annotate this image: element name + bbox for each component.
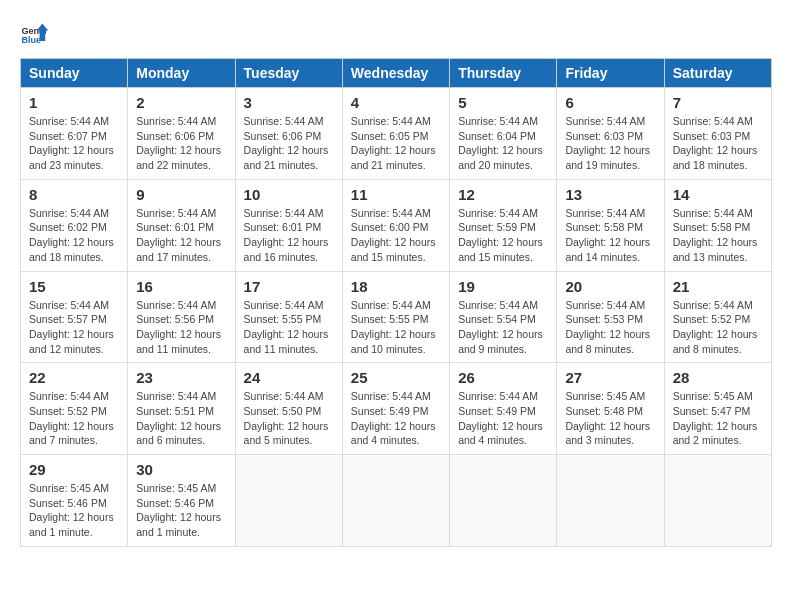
day-info: Sunrise: 5:44 AMSunset: 6:06 PMDaylight:… bbox=[136, 114, 226, 173]
day-info: Sunrise: 5:44 AMSunset: 5:58 PMDaylight:… bbox=[673, 206, 763, 265]
day-info: Sunrise: 5:44 AMSunset: 5:55 PMDaylight:… bbox=[244, 298, 334, 357]
calendar-cell: 4Sunrise: 5:44 AMSunset: 6:05 PMDaylight… bbox=[342, 88, 449, 180]
calendar-cell bbox=[664, 455, 771, 547]
day-info: Sunrise: 5:45 AMSunset: 5:46 PMDaylight:… bbox=[136, 481, 226, 540]
calendar-cell: 19Sunrise: 5:44 AMSunset: 5:54 PMDayligh… bbox=[450, 271, 557, 363]
day-number: 6 bbox=[565, 94, 655, 111]
day-number: 27 bbox=[565, 369, 655, 386]
day-info: Sunrise: 5:44 AMSunset: 5:59 PMDaylight:… bbox=[458, 206, 548, 265]
calendar-cell bbox=[450, 455, 557, 547]
day-number: 20 bbox=[565, 278, 655, 295]
day-info: Sunrise: 5:44 AMSunset: 6:03 PMDaylight:… bbox=[673, 114, 763, 173]
calendar-cell: 24Sunrise: 5:44 AMSunset: 5:50 PMDayligh… bbox=[235, 363, 342, 455]
day-number: 3 bbox=[244, 94, 334, 111]
day-info: Sunrise: 5:44 AMSunset: 5:50 PMDaylight:… bbox=[244, 389, 334, 448]
day-info: Sunrise: 5:44 AMSunset: 5:56 PMDaylight:… bbox=[136, 298, 226, 357]
day-info: Sunrise: 5:44 AMSunset: 5:49 PMDaylight:… bbox=[458, 389, 548, 448]
calendar-cell bbox=[342, 455, 449, 547]
calendar-cell: 22Sunrise: 5:44 AMSunset: 5:52 PMDayligh… bbox=[21, 363, 128, 455]
day-info: Sunrise: 5:44 AMSunset: 6:07 PMDaylight:… bbox=[29, 114, 119, 173]
calendar-cell: 29Sunrise: 5:45 AMSunset: 5:46 PMDayligh… bbox=[21, 455, 128, 547]
day-number: 26 bbox=[458, 369, 548, 386]
day-info: Sunrise: 5:45 AMSunset: 5:46 PMDaylight:… bbox=[29, 481, 119, 540]
day-number: 22 bbox=[29, 369, 119, 386]
logo-icon: General Blue bbox=[20, 20, 48, 48]
day-info: Sunrise: 5:44 AMSunset: 5:54 PMDaylight:… bbox=[458, 298, 548, 357]
day-number: 12 bbox=[458, 186, 548, 203]
day-info: Sunrise: 5:44 AMSunset: 6:06 PMDaylight:… bbox=[244, 114, 334, 173]
column-header-friday: Friday bbox=[557, 59, 664, 88]
day-number: 1 bbox=[29, 94, 119, 111]
day-number: 18 bbox=[351, 278, 441, 295]
day-number: 14 bbox=[673, 186, 763, 203]
day-info: Sunrise: 5:44 AMSunset: 6:02 PMDaylight:… bbox=[29, 206, 119, 265]
calendar-cell: 8Sunrise: 5:44 AMSunset: 6:02 PMDaylight… bbox=[21, 179, 128, 271]
day-number: 24 bbox=[244, 369, 334, 386]
column-header-monday: Monday bbox=[128, 59, 235, 88]
day-number: 28 bbox=[673, 369, 763, 386]
calendar-cell: 30Sunrise: 5:45 AMSunset: 5:46 PMDayligh… bbox=[128, 455, 235, 547]
day-number: 4 bbox=[351, 94, 441, 111]
day-info: Sunrise: 5:44 AMSunset: 5:52 PMDaylight:… bbox=[29, 389, 119, 448]
day-number: 23 bbox=[136, 369, 226, 386]
day-number: 17 bbox=[244, 278, 334, 295]
day-number: 7 bbox=[673, 94, 763, 111]
day-info: Sunrise: 5:44 AMSunset: 6:01 PMDaylight:… bbox=[136, 206, 226, 265]
calendar-cell: 12Sunrise: 5:44 AMSunset: 5:59 PMDayligh… bbox=[450, 179, 557, 271]
calendar-cell bbox=[557, 455, 664, 547]
calendar-cell: 1Sunrise: 5:44 AMSunset: 6:07 PMDaylight… bbox=[21, 88, 128, 180]
day-info: Sunrise: 5:45 AMSunset: 5:48 PMDaylight:… bbox=[565, 389, 655, 448]
calendar-cell: 2Sunrise: 5:44 AMSunset: 6:06 PMDaylight… bbox=[128, 88, 235, 180]
day-info: Sunrise: 5:44 AMSunset: 5:53 PMDaylight:… bbox=[565, 298, 655, 357]
calendar-cell: 7Sunrise: 5:44 AMSunset: 6:03 PMDaylight… bbox=[664, 88, 771, 180]
day-number: 25 bbox=[351, 369, 441, 386]
calendar-cell: 10Sunrise: 5:44 AMSunset: 6:01 PMDayligh… bbox=[235, 179, 342, 271]
day-info: Sunrise: 5:44 AMSunset: 6:03 PMDaylight:… bbox=[565, 114, 655, 173]
day-info: Sunrise: 5:44 AMSunset: 6:01 PMDaylight:… bbox=[244, 206, 334, 265]
day-number: 5 bbox=[458, 94, 548, 111]
calendar-cell: 5Sunrise: 5:44 AMSunset: 6:04 PMDaylight… bbox=[450, 88, 557, 180]
day-number: 8 bbox=[29, 186, 119, 203]
day-number: 15 bbox=[29, 278, 119, 295]
column-header-sunday: Sunday bbox=[21, 59, 128, 88]
day-info: Sunrise: 5:44 AMSunset: 5:55 PMDaylight:… bbox=[351, 298, 441, 357]
calendar-cell: 3Sunrise: 5:44 AMSunset: 6:06 PMDaylight… bbox=[235, 88, 342, 180]
day-number: 10 bbox=[244, 186, 334, 203]
column-header-saturday: Saturday bbox=[664, 59, 771, 88]
day-info: Sunrise: 5:44 AMSunset: 6:05 PMDaylight:… bbox=[351, 114, 441, 173]
calendar-cell: 6Sunrise: 5:44 AMSunset: 6:03 PMDaylight… bbox=[557, 88, 664, 180]
day-number: 19 bbox=[458, 278, 548, 295]
calendar-cell: 17Sunrise: 5:44 AMSunset: 5:55 PMDayligh… bbox=[235, 271, 342, 363]
column-header-thursday: Thursday bbox=[450, 59, 557, 88]
day-info: Sunrise: 5:44 AMSunset: 5:57 PMDaylight:… bbox=[29, 298, 119, 357]
day-info: Sunrise: 5:44 AMSunset: 6:04 PMDaylight:… bbox=[458, 114, 548, 173]
calendar-cell: 25Sunrise: 5:44 AMSunset: 5:49 PMDayligh… bbox=[342, 363, 449, 455]
day-info: Sunrise: 5:44 AMSunset: 5:52 PMDaylight:… bbox=[673, 298, 763, 357]
calendar-cell: 23Sunrise: 5:44 AMSunset: 5:51 PMDayligh… bbox=[128, 363, 235, 455]
day-number: 29 bbox=[29, 461, 119, 478]
day-number: 16 bbox=[136, 278, 226, 295]
day-info: Sunrise: 5:44 AMSunset: 5:51 PMDaylight:… bbox=[136, 389, 226, 448]
day-info: Sunrise: 5:45 AMSunset: 5:47 PMDaylight:… bbox=[673, 389, 763, 448]
calendar-cell: 20Sunrise: 5:44 AMSunset: 5:53 PMDayligh… bbox=[557, 271, 664, 363]
calendar-cell: 16Sunrise: 5:44 AMSunset: 5:56 PMDayligh… bbox=[128, 271, 235, 363]
calendar-cell: 27Sunrise: 5:45 AMSunset: 5:48 PMDayligh… bbox=[557, 363, 664, 455]
calendar: SundayMondayTuesdayWednesdayThursdayFrid… bbox=[20, 58, 772, 547]
day-number: 13 bbox=[565, 186, 655, 203]
column-header-tuesday: Tuesday bbox=[235, 59, 342, 88]
calendar-cell: 11Sunrise: 5:44 AMSunset: 6:00 PMDayligh… bbox=[342, 179, 449, 271]
day-number: 2 bbox=[136, 94, 226, 111]
calendar-cell: 13Sunrise: 5:44 AMSunset: 5:58 PMDayligh… bbox=[557, 179, 664, 271]
svg-text:Blue: Blue bbox=[21, 35, 41, 45]
calendar-cell: 26Sunrise: 5:44 AMSunset: 5:49 PMDayligh… bbox=[450, 363, 557, 455]
day-info: Sunrise: 5:44 AMSunset: 5:58 PMDaylight:… bbox=[565, 206, 655, 265]
day-info: Sunrise: 5:44 AMSunset: 5:49 PMDaylight:… bbox=[351, 389, 441, 448]
day-number: 9 bbox=[136, 186, 226, 203]
logo: General Blue bbox=[20, 20, 48, 48]
calendar-cell: 9Sunrise: 5:44 AMSunset: 6:01 PMDaylight… bbox=[128, 179, 235, 271]
calendar-cell: 21Sunrise: 5:44 AMSunset: 5:52 PMDayligh… bbox=[664, 271, 771, 363]
calendar-cell: 14Sunrise: 5:44 AMSunset: 5:58 PMDayligh… bbox=[664, 179, 771, 271]
day-number: 11 bbox=[351, 186, 441, 203]
column-header-wednesday: Wednesday bbox=[342, 59, 449, 88]
calendar-cell: 28Sunrise: 5:45 AMSunset: 5:47 PMDayligh… bbox=[664, 363, 771, 455]
